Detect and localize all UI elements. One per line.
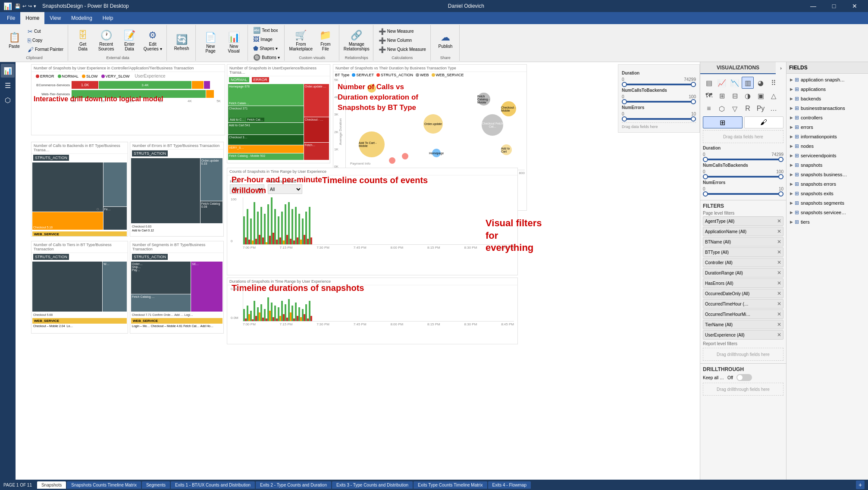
viz-scatter-icon[interactable]: ⠿ [768, 77, 780, 89]
filter-duration-range[interactable]: DurationRange (All)✕ [703, 268, 783, 278]
minimize-button[interactable]: — [803, 0, 823, 12]
tab-segments[interactable]: Segments [142, 481, 170, 489]
viz-matrix-icon[interactable]: ⊟ [729, 90, 741, 102]
tab-exits1[interactable]: Exits 1 - BT/UX Counts and Distribution [171, 481, 255, 489]
filter-bttype[interactable]: BTType (All)✕ [703, 247, 783, 257]
tab-exits3[interactable]: Exits 3 - Type Counts and Distribution [332, 481, 413, 489]
tab-snapshots[interactable]: Snapshots [37, 481, 66, 489]
field-group-header-tiers[interactable]: ▶ ⊞ tiers [788, 218, 866, 226]
chart-snapshots-by-ux[interactable]: Number of Snapshots by User Experience i… [31, 64, 225, 135]
chart-segments-bt[interactable]: Number of Segments in BT Type/Business T… [130, 241, 224, 334]
chart-backends-bt[interactable]: Number of Calls to Backends in BT Type/B… [31, 142, 128, 237]
field-group-header-backends[interactable]: ▶ ⊞ backends [788, 94, 866, 103]
field-group-header-snapshots-segments[interactable]: ▶ ⊞ snapshots segments [788, 199, 866, 207]
numcalls-min-thumb[interactable] [703, 174, 708, 179]
filter-application-name[interactable]: ApplicationName (All)✕ [703, 227, 783, 236]
tab-home[interactable]: Home [20, 12, 44, 24]
new-column-button[interactable]: ➕ New Column [377, 36, 428, 45]
format-painter-button[interactable]: 🖌 Format Painter [26, 45, 65, 54]
field-group-header-snapshots[interactable]: ▶ ⊞ snapshots [788, 161, 866, 169]
field-group-header-applications[interactable]: ▶ ⊞ applications [788, 85, 866, 94]
filter-tier-name[interactable]: TierName (All)✕ [703, 320, 783, 329]
manage-relationships-button[interactable]: 🔗 ManageRelationships [343, 27, 370, 54]
tab-help[interactable]: Help [97, 12, 119, 24]
filter-user-experience[interactable]: UserExperience (All)✕ [703, 330, 783, 340]
textbox-button[interactable]: 🔤 Text box [251, 26, 282, 34]
get-data-button[interactable]: 🗄 GetData [72, 27, 94, 54]
viz-python-icon[interactable]: Py [755, 103, 767, 115]
close-button[interactable]: ✕ [845, 0, 865, 12]
copy-button[interactable]: ⎘ Copy [26, 36, 65, 45]
chart-treemap-ux[interactable]: Number of Snapshots in UserExperience/Bu… [227, 64, 330, 163]
viz-area-chart-icon[interactable]: 📉 [729, 77, 741, 89]
refresh-button[interactable]: 🔄 Refresh [170, 29, 193, 56]
edit-queries-button[interactable]: ⚙ EditQueries ▾ [141, 27, 164, 54]
viz-r-script-icon[interactable]: R [742, 103, 754, 115]
recent-sources-button[interactable]: 🕐 RecentSources [95, 27, 117, 54]
duration-min-thumb[interactable] [703, 157, 708, 162]
chart-errors-bt[interactable]: Number of Errors in BT Type/Business Tra… [130, 142, 224, 237]
drillthrough-toggle[interactable] [736, 374, 752, 381]
cut-button[interactable]: ✂ Cut [26, 27, 65, 36]
filter-controller[interactable]: Controller (All)✕ [703, 258, 783, 267]
publish-button[interactable]: ☁ Publish [434, 27, 457, 54]
paste-button[interactable]: 📋 Paste [3, 27, 25, 54]
viz-bar-chart-icon[interactable]: ▤ [703, 77, 715, 89]
viz-fields-button[interactable]: ⊞ [703, 116, 743, 128]
tab-file[interactable]: File [2, 12, 20, 24]
viz-column-chart-icon[interactable]: ▥ [742, 77, 754, 89]
chart-timeline-durations[interactable]: Durations of Snapshots in Time Range by … [227, 278, 518, 344]
from-marketplace-button[interactable]: 🛒 FromMarketplace [288, 27, 314, 54]
new-visual-button[interactable]: 📊 NewVisual [222, 29, 245, 56]
filter-occurred-date[interactable]: OccurredDateOnly (All)✕ [703, 289, 783, 298]
data-view-icon[interactable]: ☰ [1, 78, 15, 92]
viz-slicer-icon[interactable]: ≡ [703, 103, 715, 115]
new-quick-measure-button[interactable]: ➕ New Quick Measure [377, 45, 428, 54]
filter-agent-type[interactable]: AgentType (All)✕ [703, 216, 783, 226]
filter-occurred-hour-min[interactable]: OccurredTimeHourMi…✕ [703, 309, 783, 319]
duration-max-thumb[interactable] [778, 157, 783, 162]
viz-more-icon[interactable]: … [768, 103, 780, 115]
tab-view[interactable]: View [44, 12, 66, 24]
expand-panel-button[interactable]: › [776, 62, 786, 74]
enter-data-button[interactable]: 📝 EnterData [118, 27, 141, 54]
field-group-header-controllers[interactable]: ▶ ⊞ controllers [788, 113, 866, 122]
numerrors-max-thumb[interactable] [778, 191, 783, 197]
viz-kpi-icon[interactable]: △ [768, 90, 780, 102]
shapes-button[interactable]: ⬟ Shapes ▾ [251, 44, 282, 53]
viz-map-icon[interactable]: 🗺 [703, 90, 715, 102]
viz-line-chart-icon[interactable]: 📈 [716, 77, 728, 89]
chart-timeline-counts[interactable]: Counts of Snapshots in Time Range by Use… [227, 168, 518, 275]
buttons-button[interactable]: 🔘 Buttons ▾ [251, 53, 282, 62]
viz-funnel-icon[interactable]: ▽ [729, 103, 741, 115]
field-group-header-app-snapshots[interactable]: ▶ ⊞ application snapsh… [788, 75, 866, 84]
filter-btname[interactable]: BTName (All)✕ [703, 237, 783, 247]
numcalls-max-thumb[interactable] [778, 174, 783, 179]
field-group-header-errors[interactable]: ▶ ⊞ errors [788, 123, 866, 131]
field-group-header-bts[interactable]: ▶ ⊞ businesstransactions [788, 104, 866, 112]
viz-pie-chart-icon[interactable]: ◕ [755, 77, 767, 89]
field-group-header-nodes[interactable]: ▶ ⊞ nodes [788, 142, 866, 150]
maximize-button[interactable]: □ [824, 0, 844, 12]
viz-card-icon[interactable]: ▣ [755, 90, 767, 102]
numerrors-min-thumb[interactable] [703, 191, 708, 197]
field-group-header-infopoints[interactable]: ▶ ⊞ informationpoints [788, 132, 866, 141]
field-group-header-snapshots-exits[interactable]: ▶ ⊞ snapshots exits [788, 189, 866, 198]
tab-exits4[interactable]: Exits 4 - Flowmap [488, 481, 531, 489]
viz-filled-map-icon[interactable]: ⬡ [716, 103, 728, 115]
field-group-header-snapshots-errors[interactable]: ▶ ⊞ snapshots errors [788, 180, 866, 188]
tab-modeling[interactable]: Modeling [66, 12, 97, 24]
add-tab-button[interactable]: + [856, 481, 865, 489]
field-group-header-serviceendpoints[interactable]: ▶ ⊞ serviceendpoints [788, 151, 866, 160]
image-button[interactable]: 🖼 Image [251, 35, 282, 44]
new-measure-button[interactable]: ➕ New Measure [377, 27, 428, 36]
field-group-header-snapshots-servicee[interactable]: ▶ ⊞ snapshots servicee… [788, 208, 866, 217]
field-group-header-snapshots-biz[interactable]: ▶ ⊞ snapshots business… [788, 170, 866, 179]
chart-tiers-bt[interactable]: Number of Calls to Tiers in BT Type/Busi… [31, 241, 128, 334]
new-page-button[interactable]: 📄 NewPage [199, 29, 222, 56]
viz-table-icon[interactable]: ⊞ [716, 90, 728, 102]
tab-exits-timeline[interactable]: Exits Type Counts Timeline Matrix [414, 481, 487, 489]
viz-format-button[interactable]: 🖌 [744, 116, 784, 128]
from-file-button[interactable]: 📁 FromFile [315, 27, 336, 54]
tab-exits2[interactable]: Exits 2 - Type Counts and Duration [256, 481, 331, 489]
